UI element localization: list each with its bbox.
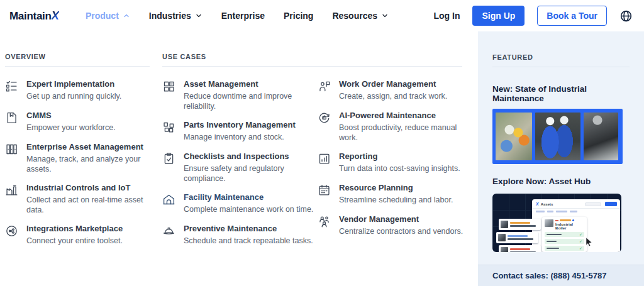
mini-asset-thumb <box>501 247 508 252</box>
menu-item-text: Parts Inventory Management Manage invent… <box>184 120 296 142</box>
use-cases-column: USE CASES Asset Management Reduce downti… <box>162 53 467 286</box>
mini-primary-button <box>605 202 617 206</box>
use-cases-grid: Asset Management Reduce downtime and imp… <box>162 79 467 255</box>
contact-sales-link[interactable]: Contact sales: (888) 451-5787 <box>492 271 606 280</box>
top-navbar: MaintainX Product Industries Enterprise … <box>0 0 644 31</box>
book-tour-button[interactable]: Book a Tour <box>537 6 607 26</box>
ai-robot-icon <box>318 111 331 125</box>
menu-item-parts-inventory-management[interactable]: Parts Inventory Management Manage invent… <box>162 120 318 143</box>
nav-item-product[interactable]: Product <box>86 11 130 21</box>
logo-text: Maintain <box>9 10 52 22</box>
menu-item-text: CMMS Empower your workforce. <box>26 111 116 133</box>
mini-asset-card <box>496 232 538 243</box>
menu-item-text: Enterprise Asset Management Manage, trac… <box>26 142 162 174</box>
nav-item-label: Resources <box>332 11 377 21</box>
menu-item-text: Vendor Management Centralize contractors… <box>339 214 463 236</box>
mini-x-logo: X <box>536 202 539 206</box>
menu-item-desc: Connect your entire toolset. <box>26 236 123 246</box>
menu-item-desc: Turn data into cost-saving insights. <box>339 163 460 173</box>
chevron-down-icon <box>381 12 389 19</box>
featured-item-2-title[interactable]: Explore Now: Asset Hub <box>492 177 631 186</box>
use-cases-header: USE CASES <box>162 53 467 60</box>
menu-item-desc: Schedule and track repeatable tasks. <box>184 236 313 246</box>
menu-item-title: Integrations Marketplace <box>26 224 123 234</box>
menu-item-title: Preventive Maintenance <box>184 224 313 234</box>
compliance-badge <box>555 219 584 221</box>
overview-column: OVERVIEW Expert Implementation Get up an… <box>5 53 162 286</box>
use-cases-subcol-1: Asset Management Reduce downtime and imp… <box>162 79 318 255</box>
state-of-industrial-maintenance-image[interactable] <box>492 109 623 164</box>
divider <box>162 66 462 67</box>
featured-panel: FEATURED New: State of Industrial Mainte… <box>478 31 644 286</box>
menu-item-title: Asset Management <box>184 79 318 89</box>
asset-hub-app-title: Assets <box>541 202 553 206</box>
chevron-down-icon <box>195 12 203 19</box>
mini-asset-lines <box>510 222 539 227</box>
menu-item-desc: Collect and act on real-time asset data. <box>26 195 162 216</box>
login-link[interactable]: Log In <box>433 11 460 21</box>
page: MaintainX Product Industries Enterprise … <box>0 0 644 286</box>
nav-item-industries[interactable]: Industries <box>149 11 203 21</box>
menu-item-reporting[interactable]: Reporting Turn data into cost-saving ins… <box>318 151 467 174</box>
menu-item-cmms[interactable]: CMMS Empower your workforce. <box>5 111 162 133</box>
parts-boxes-icon <box>162 121 176 135</box>
menu-item-preventive-maintenance[interactable]: Preventive Maintenance Schedule and trac… <box>162 224 318 246</box>
menu-item-title: Industrial Controls and IoT <box>26 183 162 193</box>
menu-item-desc: Manage inventory and stock. <box>184 132 296 142</box>
checklist-icon <box>5 80 19 94</box>
featured-item-1-title[interactable]: New: State of Industrial Maintenance <box>492 84 631 103</box>
menu-item-desc: Empower your workforce. <box>26 123 116 133</box>
menu-item-desc: Manage, track, and analyze your assets. <box>26 154 162 175</box>
boiler-thumbnail <box>545 219 553 227</box>
mini-asset-lines <box>510 248 539 252</box>
menu-item-text: Facility Maintenance Complete maintenanc… <box>184 192 313 214</box>
menu-item-vendor-management[interactable]: Vendor Management Centralize contractors… <box>318 214 467 237</box>
menu-item-facility-maintenance[interactable]: Facility Maintenance Complete maintenanc… <box>162 192 318 215</box>
menu-item-expert-implementation[interactable]: Expert Implementation Get up and running… <box>5 79 162 102</box>
nav-item-label: Industries <box>149 11 191 21</box>
menu-item-text: Integrations Marketplace Connect your en… <box>26 224 123 246</box>
nav-item-label: Product <box>86 11 119 21</box>
menu-item-text: Reporting Turn data into cost-saving ins… <box>339 151 460 173</box>
photo-worker-tools <box>584 113 618 160</box>
clipboard-check-icon <box>162 152 176 166</box>
menu-item-title: Parts Inventory Management <box>184 120 296 130</box>
menu-item-integrations-marketplace[interactable]: Integrations Marketplace Connect your en… <box>5 224 162 246</box>
boiler-card-top: Industrial Boiler <box>545 219 584 230</box>
mini-check-row: ✓ <box>545 246 584 251</box>
chevron-up-icon <box>123 12 130 19</box>
menu-item-title: Work Order Management <box>339 79 447 89</box>
share-circle-icon <box>5 224 19 238</box>
contact-sales-bar: Contact sales: (888) 451-5787 <box>478 265 644 286</box>
menu-item-desc: Complete maintenance work on time. <box>184 204 313 214</box>
nav-item-resources[interactable]: Resources <box>332 11 389 21</box>
maintainx-logo[interactable]: MaintainX <box>9 9 59 23</box>
people-icon <box>318 215 331 229</box>
asset-hub-app-header: X Assets <box>532 199 620 209</box>
mini-check-row: ✓ <box>545 239 584 244</box>
menu-item-desc: Create, assign, and track work. <box>339 91 447 101</box>
hardhat-icon <box>162 224 176 238</box>
mini-asset-thumb <box>498 234 506 241</box>
menu-item-checklists-inspections[interactable]: Checklists and Inspections Ensure safety… <box>162 151 318 184</box>
nav-item-pricing[interactable]: Pricing <box>284 11 313 21</box>
menu-item-title: Reporting <box>339 151 460 162</box>
menu-item-work-order-management[interactable]: Work Order Management Create, assign, an… <box>318 79 467 102</box>
asset-hub-image[interactable]: X Assets <box>492 194 621 252</box>
person-flag-icon <box>318 80 331 94</box>
report-chart-icon <box>318 152 331 166</box>
primary-nav: Product Industries Enterprise Pricing Re… <box>86 11 389 21</box>
menu-item-enterprise-asset-management[interactable]: Enterprise Asset Management Manage, trac… <box>5 142 162 174</box>
logo-x-mark: X <box>52 9 59 22</box>
menu-item-asset-management[interactable]: Asset Management Reduce downtime and imp… <box>162 79 318 111</box>
nav-item-enterprise[interactable]: Enterprise <box>221 11 265 21</box>
menu-item-resource-planning[interactable]: Resource Planning Streamline scheduling … <box>318 183 467 206</box>
menu-item-title: Expert Implementation <box>26 79 121 89</box>
signup-button[interactable]: Sign Up <box>472 6 525 26</box>
globe-language-icon[interactable] <box>619 9 633 23</box>
menu-item-text: Work Order Management Create, assign, an… <box>339 79 447 101</box>
warehouse-icon <box>162 193 176 207</box>
menu-item-ai-powered-maintenance[interactable]: AI-Powered Maintenance Boost productivit… <box>318 111 467 143</box>
menu-item-industrial-controls-iot[interactable]: Industrial Controls and IoT Collect and … <box>5 183 162 215</box>
photo-technicians-blue <box>535 113 580 160</box>
